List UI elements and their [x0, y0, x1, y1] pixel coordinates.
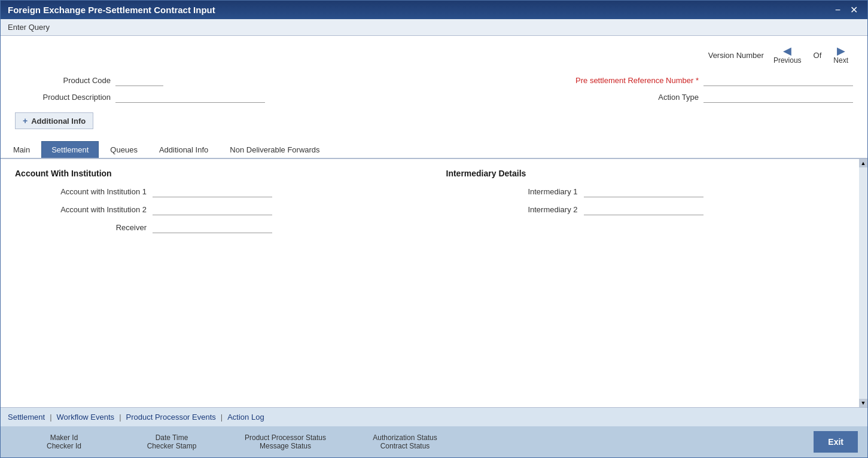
product-description-input[interactable]: [115, 91, 265, 103]
action-type-label: Action Type: [555, 93, 699, 102]
intermediary-1-row: Intermediary 1: [446, 185, 854, 197]
receiver-input[interactable]: [153, 221, 272, 233]
left-arrow-icon: ◀: [783, 45, 791, 56]
scroll-down-button[interactable]: ▼: [859, 399, 867, 407]
auth-status-cell: Authorization Status Contract Status: [345, 431, 465, 453]
product-code-label: Product Code: [15, 76, 111, 85]
account-institution-1-row: Account with Institution 1: [15, 185, 422, 197]
next-label: Next: [833, 56, 848, 65]
account-institution-1-label: Account with Institution 1: [15, 187, 147, 196]
account-institution-2-row: Account with Institution 2: [15, 203, 422, 215]
receiver-label: Receiver: [15, 223, 147, 232]
account-institution-1-input[interactable]: [153, 185, 272, 197]
checker-id-label: Checker Id: [47, 442, 81, 450]
action-type-row: Action Type: [555, 91, 853, 103]
fields-row: Product Code Product Description Pre set…: [15, 74, 853, 108]
previous-label: Previous: [773, 56, 802, 65]
product-processor-status-label: Product Processor Status: [245, 433, 326, 442]
tab-queues[interactable]: Queues: [100, 141, 148, 158]
contract-status-label: Contract Status: [380, 442, 430, 450]
scroll-up-button[interactable]: ▲: [859, 159, 867, 167]
account-institution-2-label: Account with Institution 2: [15, 205, 147, 214]
account-with-institution-heading: Account With Institution: [15, 169, 422, 178]
pre-settlement-ref-label: Pre settlement Reference Number *: [575, 76, 699, 85]
intermediary-details-section: Intermediary Details Intermediary 1 Inte…: [446, 169, 854, 239]
message-status-label: Message Status: [260, 442, 311, 450]
pre-settlement-ref-input[interactable]: [703, 74, 853, 86]
checker-stamp-label: Checker Stamp: [147, 442, 197, 450]
left-fields: Product Code Product Description: [15, 74, 265, 108]
settlement-tab-content: Account With Institution Account with In…: [1, 159, 867, 407]
intermediary-1-input[interactable]: [584, 185, 703, 197]
status-bar: Maker Id Checker Id Date Time Checker St…: [1, 426, 867, 457]
intermediary-2-input[interactable]: [584, 203, 703, 215]
of-label: Of: [811, 51, 824, 60]
receiver-row: Receiver: [15, 221, 422, 233]
settlement-grid: Account With Institution Account with In…: [15, 169, 853, 239]
footer-link-settlement[interactable]: Settlement: [8, 413, 45, 422]
form-area: Version Number ◀ Previous Of ▶ Next Prod…: [1, 36, 867, 141]
separator-3: |: [221, 413, 223, 422]
product-processor-cell: Product Processor Status Message Status: [226, 431, 345, 453]
enter-query-label: Enter Query: [8, 23, 50, 32]
tab-non-deliverable-forwards[interactable]: Non Deliverable Forwards: [220, 141, 330, 158]
product-description-label: Product Description: [15, 93, 111, 102]
title-bar: Foreign Exchange Pre-Settlement Contract…: [1, 1, 867, 19]
intermediary-2-row: Intermediary 2: [446, 203, 854, 215]
plus-icon: +: [23, 116, 28, 126]
additional-info-button[interactable]: + Additional Info: [15, 112, 93, 129]
additional-info-label: Additional Info: [31, 117, 86, 126]
right-arrow-icon: ▶: [837, 45, 845, 56]
tab-settlement[interactable]: Settlement: [41, 141, 99, 158]
tab-additional-info[interactable]: Additional Info: [149, 141, 218, 158]
footer-link-workflow-events[interactable]: Workflow Events: [57, 413, 115, 422]
account-with-institution-section: Account With Institution Account with In…: [15, 169, 422, 239]
tab-main[interactable]: Main: [3, 141, 40, 158]
separator-1: |: [50, 413, 51, 422]
date-time-label: Date Time: [156, 433, 188, 442]
intermediary-1-label: Intermediary 1: [446, 187, 578, 196]
intermediary-2-label: Intermediary 2: [446, 205, 578, 214]
version-row: Version Number ◀ Previous Of ▶ Next: [15, 45, 853, 65]
required-asterisk: *: [696, 76, 699, 85]
datetime-cell: Date Time Checker Stamp: [118, 431, 226, 453]
status-grid: Maker Id Checker Id Date Time Checker St…: [10, 431, 858, 453]
minimize-button[interactable]: −: [833, 4, 843, 16]
close-button[interactable]: ✕: [848, 4, 860, 16]
version-number-label: Version Number: [708, 51, 764, 60]
right-fields: Pre settlement Reference Number * Action…: [289, 74, 853, 108]
footer-link-product-processor-events[interactable]: Product Processor Events: [126, 413, 216, 422]
product-code-input[interactable]: [115, 74, 163, 86]
tab-panel-wrapper: Account With Institution Account with In…: [1, 159, 867, 407]
intermediary-details-heading: Intermediary Details: [446, 169, 854, 178]
previous-button[interactable]: ◀ Previous: [769, 45, 806, 65]
vertical-scrollbar[interactable]: ▲ ▼: [859, 159, 867, 407]
window-title: Foreign Exchange Pre-Settlement Contract…: [8, 5, 215, 15]
account-institution-2-input[interactable]: [153, 203, 272, 215]
authorization-status-label: Authorization Status: [373, 433, 437, 442]
toolbar: Enter Query: [1, 19, 867, 36]
main-content: Version Number ◀ Previous Of ▶ Next Prod…: [1, 36, 867, 457]
exit-button[interactable]: Exit: [814, 431, 858, 453]
maker-id-label: Maker Id: [50, 433, 78, 442]
title-bar-controls: − ✕: [833, 4, 860, 16]
main-window: Foreign Exchange Pre-Settlement Contract…: [0, 0, 868, 458]
pre-settlement-ref-row: Pre settlement Reference Number *: [575, 74, 853, 86]
footer-links: Settlement | Workflow Events | Product P…: [1, 407, 867, 426]
separator-2: |: [119, 413, 121, 422]
product-description-row: Product Description: [15, 91, 265, 103]
next-button[interactable]: ▶ Next: [829, 45, 853, 65]
tabs-bar: Main Settlement Queues Additional Info N…: [1, 141, 867, 159]
footer-link-action-log[interactable]: Action Log: [227, 413, 264, 422]
action-type-input[interactable]: [703, 91, 853, 103]
maker-id-cell: Maker Id Checker Id: [10, 431, 118, 453]
product-code-row: Product Code: [15, 74, 265, 86]
